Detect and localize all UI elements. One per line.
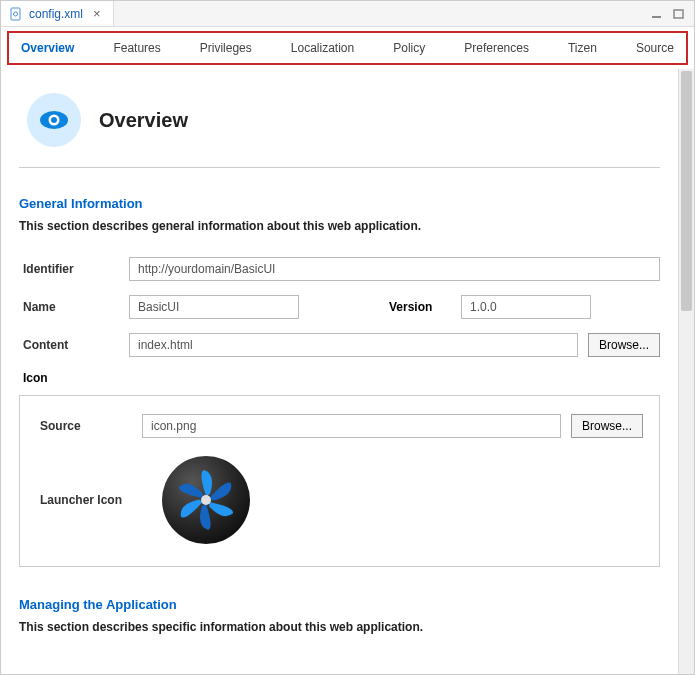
content-browse-button[interactable]: Browse... — [588, 333, 660, 357]
general-section: General Information This section describ… — [19, 196, 660, 567]
general-heading: General Information — [19, 196, 660, 211]
file-icon — [9, 7, 23, 21]
content-label: Content — [19, 338, 119, 352]
svg-point-7 — [201, 495, 211, 505]
overview-icon — [27, 93, 81, 147]
identifier-field[interactable] — [129, 257, 660, 281]
icon-browse-button[interactable]: Browse... — [571, 414, 643, 438]
titlebar: config.xml × — [1, 1, 694, 27]
icon-group-label: Icon — [23, 371, 660, 385]
icon-group: Source Browse... Launcher Icon — [19, 395, 660, 567]
tab-privileges[interactable]: Privileges — [196, 39, 256, 57]
tab-features[interactable]: Features — [109, 39, 164, 57]
launcher-icon-label: Launcher Icon — [36, 493, 132, 507]
window-controls — [648, 1, 694, 26]
file-tab-label: config.xml — [29, 7, 83, 21]
page-header: Overview — [19, 77, 660, 168]
minimize-icon[interactable] — [648, 7, 666, 21]
launcher-icon-preview — [162, 456, 250, 544]
maximize-icon[interactable] — [670, 7, 688, 21]
version-label: Version — [389, 300, 451, 314]
icon-source-field[interactable] — [142, 414, 561, 438]
vertical-scrollbar[interactable] — [678, 69, 694, 674]
file-tab[interactable]: config.xml × — [1, 1, 114, 26]
identifier-label: Identifier — [19, 262, 119, 276]
svg-rect-2 — [652, 16, 661, 18]
general-description: This section describes general informati… — [19, 219, 660, 233]
scrollbar-thumb[interactable] — [681, 71, 692, 311]
close-tab-icon[interactable]: × — [89, 6, 105, 21]
name-label: Name — [19, 300, 119, 314]
tab-preferences[interactable]: Preferences — [460, 39, 533, 57]
tab-tizen[interactable]: Tizen — [564, 39, 601, 57]
managing-heading: Managing the Application — [19, 597, 660, 612]
content-panel: Overview General Information This sectio… — [1, 69, 678, 674]
svg-rect-0 — [11, 8, 20, 20]
tab-policy[interactable]: Policy — [389, 39, 429, 57]
svg-rect-3 — [674, 10, 683, 18]
managing-description: This section describes specific informat… — [19, 620, 660, 634]
tab-localization[interactable]: Localization — [287, 39, 358, 57]
svg-point-6 — [51, 117, 57, 123]
icon-source-label: Source — [36, 419, 132, 433]
tab-overview[interactable]: Overview — [17, 39, 78, 57]
version-field[interactable] — [461, 295, 591, 319]
content-field[interactable] — [129, 333, 578, 357]
tab-source[interactable]: Source — [632, 39, 678, 57]
editor-tabs: Overview Features Privileges Localizatio… — [7, 31, 688, 65]
managing-section: Managing the Application This section de… — [19, 597, 660, 634]
page-title: Overview — [99, 109, 188, 132]
name-field[interactable] — [129, 295, 299, 319]
